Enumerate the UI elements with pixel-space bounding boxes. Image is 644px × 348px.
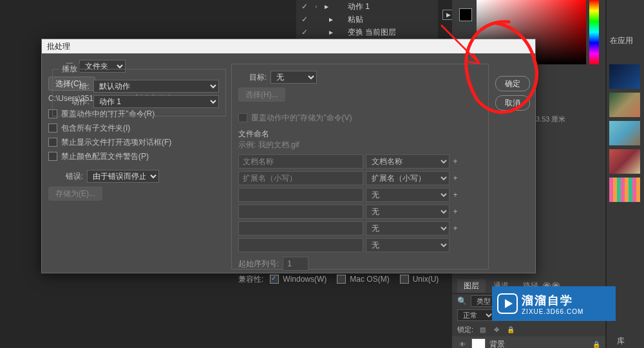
library-label[interactable]: 库 — [617, 336, 625, 347]
checkbox-icon[interactable] — [337, 275, 346, 284]
cb-override-save-label: 覆盖动作中的"存储为"命令(V) — [251, 113, 352, 124]
naming-combo-1[interactable]: 文档名称 — [366, 154, 450, 169]
checkbox-icon[interactable] — [270, 275, 279, 284]
thumbnail-item[interactable] — [609, 64, 640, 89]
naming-row-5: 无 + — [238, 220, 482, 237]
check-icon: ✓ — [301, 28, 308, 37]
plus-icon: + — [452, 224, 459, 233]
dialog-titlebar[interactable]: 批处理 — [42, 39, 535, 53]
dialog-title: 批处理 — [47, 41, 70, 52]
plus-icon: + — [452, 190, 459, 199]
thumbnail-item[interactable] — [609, 178, 640, 202]
cancel-button[interactable]: 取消 — [495, 95, 530, 111]
errors-label: 错误: — [48, 171, 83, 182]
watermark-url: ZIXUE.3D66.COM — [522, 308, 583, 315]
hue-strip[interactable] — [589, 0, 599, 64]
layer-row-background[interactable]: 👁 背景 🔒 — [452, 336, 605, 348]
cb-include-sub-row[interactable]: 包含所有子文件夹(I) — [48, 121, 229, 135]
dimension-hint: 3.53 厘米 — [536, 114, 565, 124]
thumbnail-item[interactable] — [609, 93, 640, 117]
lock-position-icon[interactable]: ✥ — [491, 325, 502, 334]
naming-combo-5[interactable]: 无 — [366, 221, 450, 235]
ok-button[interactable]: 确定 — [495, 76, 530, 91]
thumbnail-item[interactable] — [609, 149, 640, 174]
action-group-row[interactable]: ✓ ▫ ▸ 动作 1 — [296, 0, 438, 13]
watermark-logo-icon — [497, 293, 518, 314]
plus-icon: + — [452, 157, 459, 166]
actions-history-panel: ✓ ▫ ▸ 动作 1 ✓ ▸ 粘贴 ✓ ▸ 变换 当前图层 — [296, 0, 438, 39]
naming-combo-4[interactable]: 无 — [366, 205, 450, 219]
lock-row: 锁定: ▧ ✥ 🔒 — [452, 322, 605, 336]
set-select[interactable]: 默认动作 — [93, 80, 219, 93]
file-naming-heading: 文件命名 — [238, 129, 482, 140]
dialog-buttons: 确定 取消 — [495, 76, 530, 111]
layer-thumbnail — [471, 338, 486, 348]
action-select[interactable]: 动作 1 — [93, 95, 219, 108]
watermark: 溜溜自学 ZIXUE.3D66.COM — [492, 286, 616, 321]
blend-mode-select[interactable]: 正常 — [457, 309, 495, 321]
thumbnail-item[interactable] — [609, 121, 640, 145]
naming-combo-6[interactable]: 无 — [366, 238, 450, 252]
dialog-body: 播放 组: 默认动作 动作: 动作 1 源: 文件夹 — [42, 53, 535, 273]
naming-combo-2[interactable]: 扩展名（小写） — [366, 171, 450, 185]
action-item-label: 变换 当前图层 — [348, 27, 396, 38]
naming-row-2: 扩展名（小写） + — [238, 170, 482, 187]
search-icon[interactable]: 🔍 — [457, 297, 467, 306]
choose-dest-button: 选择(H)... — [238, 87, 285, 102]
check-icon: ✓ — [301, 2, 308, 11]
color-swatch[interactable] — [459, 8, 472, 21]
naming-input-5[interactable] — [238, 221, 363, 235]
naming-input-2[interactable] — [238, 171, 363, 185]
cb-override-save-row: 覆盖动作中的"存储为"命令(V) — [238, 111, 482, 125]
action-item-label: 粘贴 — [348, 14, 363, 25]
errors-select[interactable]: 由于错误而停止 — [87, 170, 159, 183]
naming-row-6: 无 — [238, 237, 482, 253]
checkbox-icon — [238, 113, 247, 122]
visibility-icon[interactable]: 👁 — [457, 340, 468, 348]
thumbnails — [609, 64, 640, 202]
lock-label: 锁定: — [457, 325, 473, 334]
destination-group: 目标: 无 选择(H)... 覆盖动作中的"存储为"命令(V) 文件命名 示例:… — [231, 64, 489, 270]
cb-suppress-open-label: 禁止显示文件打开选项对话框(F) — [61, 137, 171, 148]
dest-label: 目标: — [238, 72, 267, 83]
naming-row-4: 无 + — [238, 203, 482, 220]
layer-name: 背景 — [489, 339, 505, 349]
naming-input-6[interactable] — [238, 238, 363, 252]
checkbox-icon[interactable] — [48, 138, 57, 147]
checkbox-icon[interactable] — [48, 124, 57, 133]
lock-all-icon[interactable]: 🔒 — [506, 325, 516, 334]
start-serial-label: 起始序列号: — [238, 259, 279, 270]
cb-suppress-open-row[interactable]: 禁止显示文件打开选项对话框(F) — [48, 135, 229, 149]
plus-icon: + — [452, 207, 459, 216]
action-item-paste[interactable]: ✓ ▸ 粘贴 — [296, 13, 438, 26]
naming-input-4[interactable] — [238, 205, 363, 219]
naming-input-1[interactable] — [238, 154, 363, 169]
checkbox-icon[interactable] — [48, 152, 57, 161]
action-label: 动作: — [59, 96, 90, 107]
naming-combo-3[interactable]: 无 — [366, 188, 450, 202]
compat-unix-label: Unix(U) — [413, 275, 439, 284]
in-app-label: 在应用 — [610, 35, 633, 46]
spacer: ▸ — [325, 15, 343, 24]
svg-marker-1 — [505, 299, 513, 308]
lock-pixels-icon[interactable]: ▧ — [477, 325, 488, 334]
naming-row-1: 文档名称 + — [238, 153, 482, 170]
action-item-transform[interactable]: ✓ ▸ 变换 当前图层 — [296, 26, 438, 39]
expand-icon: ▸ — [325, 2, 343, 11]
cb-suppress-color-row[interactable]: 禁止颜色配置文件警告(P) — [48, 149, 229, 163]
naming-input-3[interactable] — [238, 188, 363, 202]
start-serial-input[interactable] — [283, 257, 308, 271]
save-as-button[interactable]: 存储为(E)... — [48, 187, 102, 201]
checkbox-icon[interactable] — [400, 275, 409, 284]
dest-select[interactable]: 无 — [270, 71, 317, 84]
action-group-label: 动作 1 — [348, 1, 370, 12]
compat-win-label: Windows(W) — [283, 275, 327, 284]
set-label: 组: — [59, 81, 90, 92]
compat-mac-label: Mac OS(M) — [350, 275, 389, 284]
bullet-icon: ▫ — [313, 4, 319, 10]
play-legend: 播放 — [59, 64, 80, 75]
batch-dialog: 批处理 播放 组: 默认动作 动作: 动作 1 源: — [41, 39, 536, 273]
file-naming-example: 示例: 我的文档.gif — [238, 140, 482, 151]
play-group: 播放 组: 默认动作 动作: 动作 1 — [52, 69, 226, 116]
watermark-name: 溜溜自学 — [522, 293, 583, 308]
